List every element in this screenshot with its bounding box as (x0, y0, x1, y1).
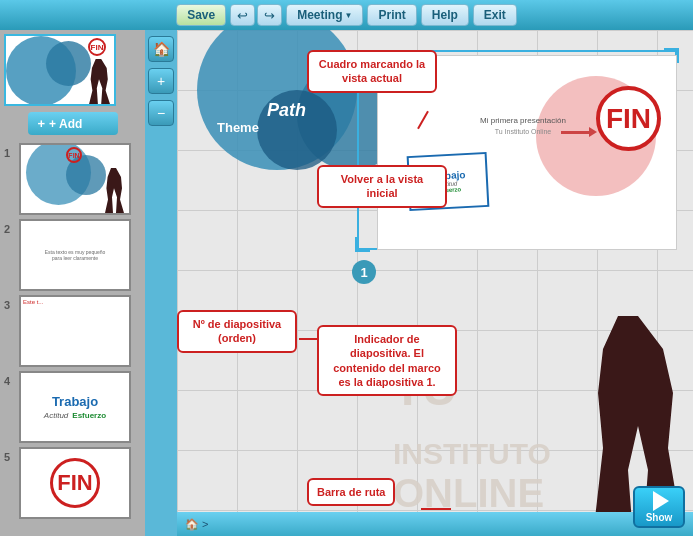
slide-number-4: 4 (4, 371, 16, 387)
slide-number-badge: 1 (352, 260, 376, 284)
slide-preview-top[interactable]: FIN (4, 34, 141, 106)
slide-item-4[interactable]: 4 Trabajo Actitud Esfuerzo (4, 371, 141, 443)
add-icon: + (38, 116, 46, 131)
callout-barraruta: Barra de ruta (307, 478, 395, 506)
main-area: FIN + + Add 1 FIN 2 (0, 30, 693, 536)
prev-fin-badge: FIN (596, 86, 661, 151)
callout-cuadro: Cuadro marcando la vista actual (307, 50, 437, 93)
slide-thumb-2[interactable]: Esta texto es muy pequeñopara leer clara… (19, 219, 131, 291)
print-button[interactable]: Print (367, 4, 416, 26)
add-slide-button[interactable]: + + Add (28, 112, 118, 135)
show-label: Show (646, 512, 673, 523)
home-button[interactable]: 🏠 (148, 36, 174, 62)
prev-arrow (561, 131, 591, 134)
zoom-in-button[interactable]: + (148, 68, 174, 94)
path-bar-content: 🏠 > (185, 518, 208, 531)
slide4-esfuerzo: Esfuerzo (72, 411, 106, 420)
left-tools: 🏠 + − (145, 30, 177, 536)
slide-number-1: 1 (4, 143, 16, 159)
slide4-actitud: Actitud (44, 411, 68, 420)
online-text: ONLINE (393, 471, 544, 516)
undo-button[interactable]: ↩ (230, 4, 255, 26)
save-button[interactable]: Save (176, 4, 226, 26)
slide3-label: Este t... (23, 299, 43, 305)
slide-item-1[interactable]: 1 FIN (4, 143, 141, 215)
undo-redo-group: ↩ ↪ (230, 4, 282, 26)
slide-thumb-4[interactable]: Trabajo Actitud Esfuerzo (19, 371, 131, 443)
slide-item-3[interactable]: 3 Este t... (4, 295, 141, 367)
slide-thumb-5[interactable]: FIN (19, 447, 131, 519)
canvas-content[interactable]: Path Frame Theme FIN Mi primera presenta… (177, 30, 693, 536)
callout-volver: Volver a la vista inicial (317, 165, 447, 208)
callout5-arrow (421, 508, 451, 510)
slide-number-5: 5 (4, 447, 16, 463)
slide-number-2: 2 (4, 219, 16, 235)
slide-thumb-3[interactable]: Este t... (19, 295, 131, 367)
slide-item-2[interactable]: 2 Esta texto es muy pequeñopara leer cla… (4, 219, 141, 291)
callout-ndiapositiva: Nº de diapositiva (orden) (177, 310, 297, 353)
meeting-button[interactable]: Meeting ▼ (286, 4, 363, 26)
meeting-dropdown[interactable]: Meeting ▼ (286, 4, 363, 26)
path-bar: 🏠 > (177, 512, 693, 536)
slide4-trabajo: Trabajo (52, 394, 98, 409)
show-button[interactable]: Show (633, 486, 685, 528)
prev-title: Mi primera presentación (458, 116, 588, 125)
slide-number-3: 3 (4, 295, 16, 311)
slide-thumb-1[interactable]: FIN (19, 143, 131, 215)
slide-item-5[interactable]: 5 FIN (4, 447, 141, 519)
help-button[interactable]: Help (421, 4, 469, 26)
path-label: Path (267, 100, 306, 121)
callout-indicador: Indicador de diapositiva. El contenido d… (317, 325, 457, 396)
exit-button[interactable]: Exit (473, 4, 517, 26)
toolbar: Save ↩ ↪ Meeting ▼ Print Help Exit (0, 0, 693, 30)
slides-panel: FIN + + Add 1 FIN 2 (0, 30, 145, 536)
play-icon (653, 491, 669, 511)
meeting-dropdown-arrow: ▼ (345, 11, 353, 20)
slide5-fin-text: FIN (50, 458, 100, 508)
redo-button[interactable]: ↪ (257, 4, 282, 26)
presentation-container: Path Frame Theme FIN Mi primera presenta… (177, 30, 693, 536)
slide-thumb-preview[interactable]: FIN (4, 34, 116, 106)
zoom-out-button[interactable]: − (148, 100, 174, 126)
instituto-text: INSTITUTO (393, 437, 551, 471)
theme-label: Theme (217, 120, 259, 135)
